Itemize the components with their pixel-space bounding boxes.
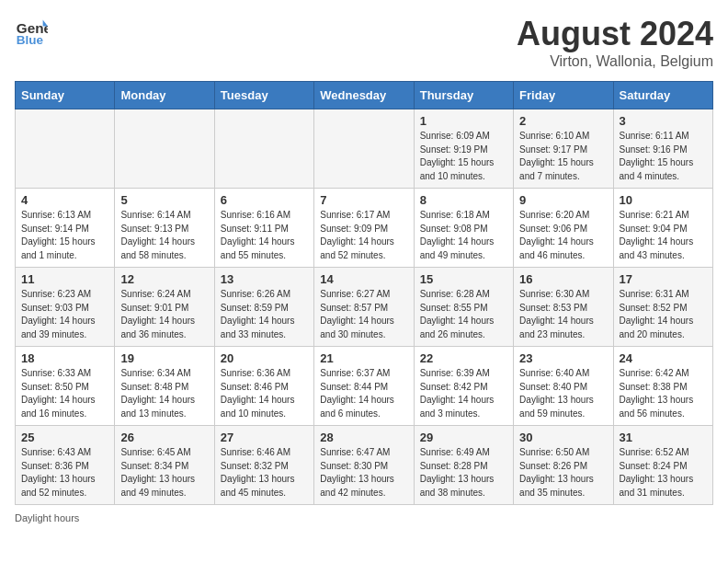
day-info: Sunrise: 6:14 AM Sunset: 9:13 PM Dayligh…: [120, 209, 208, 262]
day-number: 1: [420, 114, 507, 128]
day-number: 18: [21, 351, 108, 365]
calendar-cell: 6Sunrise: 6:16 AM Sunset: 9:11 PM Daylig…: [214, 189, 313, 268]
calendar-cell: [16, 109, 115, 189]
calendar-cell: 24Sunrise: 6:42 AM Sunset: 8:38 PM Dayli…: [613, 347, 712, 426]
calendar-cell: 12Sunrise: 6:24 AM Sunset: 9:01 PM Dayli…: [115, 268, 214, 347]
day-info: Sunrise: 6:18 AM Sunset: 9:08 PM Dayligh…: [420, 209, 507, 262]
calendar-cell: 3Sunrise: 6:11 AM Sunset: 9:16 PM Daylig…: [613, 109, 712, 189]
calendar-cell: 17Sunrise: 6:31 AM Sunset: 8:52 PM Dayli…: [613, 268, 712, 347]
day-number: 31: [620, 431, 707, 444]
day-info: Sunrise: 6:20 AM Sunset: 9:06 PM Dayligh…: [519, 209, 607, 262]
calendar-cell: 23Sunrise: 6:40 AM Sunset: 8:40 PM Dayli…: [514, 347, 613, 426]
calendar-cell: 16Sunrise: 6:30 AM Sunset: 8:53 PM Dayli…: [514, 268, 613, 347]
calendar-cell: 11Sunrise: 6:23 AM Sunset: 9:03 PM Dayli…: [16, 268, 115, 347]
calendar-cell: 31Sunrise: 6:52 AM Sunset: 8:24 PM Dayli…: [613, 426, 712, 505]
day-number: 6: [221, 193, 308, 207]
header: General Blue August 2024 Virton, Walloni…: [15, 15, 713, 70]
day-number: 4: [21, 193, 108, 207]
day-number: 17: [620, 272, 707, 286]
calendar-cell: 25Sunrise: 6:43 AM Sunset: 8:36 PM Dayli…: [16, 426, 115, 505]
day-number: 20: [221, 351, 308, 365]
day-number: 16: [519, 272, 607, 286]
day-info: Sunrise: 6:27 AM Sunset: 8:57 PM Dayligh…: [320, 288, 407, 341]
day-info: Sunrise: 6:30 AM Sunset: 8:53 PM Dayligh…: [519, 288, 607, 341]
day-header-thursday: Thursday: [414, 82, 513, 109]
calendar-cell: 7Sunrise: 6:17 AM Sunset: 9:09 PM Daylig…: [314, 189, 414, 268]
day-info: Sunrise: 6:23 AM Sunset: 9:03 PM Dayligh…: [21, 288, 108, 341]
day-info: Sunrise: 6:36 AM Sunset: 8:46 PM Dayligh…: [221, 367, 308, 420]
day-info: Sunrise: 6:10 AM Sunset: 9:17 PM Dayligh…: [519, 130, 607, 183]
day-number: 24: [620, 351, 707, 365]
week-row-5: 25Sunrise: 6:43 AM Sunset: 8:36 PM Dayli…: [16, 426, 713, 505]
day-info: Sunrise: 6:34 AM Sunset: 8:48 PM Dayligh…: [120, 367, 208, 420]
day-info: Sunrise: 6:16 AM Sunset: 9:11 PM Dayligh…: [221, 209, 308, 262]
calendar-cell: 30Sunrise: 6:50 AM Sunset: 8:26 PM Dayli…: [514, 426, 613, 505]
day-header-saturday: Saturday: [613, 82, 712, 109]
logo-icon: General Blue: [15, 15, 48, 48]
calendar-cell: 26Sunrise: 6:45 AM Sunset: 8:34 PM Dayli…: [115, 426, 214, 505]
day-info: Sunrise: 6:50 AM Sunset: 8:26 PM Dayligh…: [519, 446, 607, 500]
calendar-table: SundayMondayTuesdayWednesdayThursdayFrid…: [15, 81, 713, 505]
day-header-monday: Monday: [115, 82, 214, 109]
day-info: Sunrise: 6:39 AM Sunset: 8:42 PM Dayligh…: [420, 367, 507, 420]
header-row: SundayMondayTuesdayWednesdayThursdayFrid…: [16, 82, 713, 109]
week-row-4: 18Sunrise: 6:33 AM Sunset: 8:50 PM Dayli…: [16, 347, 713, 426]
day-number: 5: [120, 193, 208, 207]
sub-title: Virton, Wallonia, Belgium: [517, 53, 713, 70]
day-number: 8: [420, 193, 507, 207]
day-info: Sunrise: 6:28 AM Sunset: 8:55 PM Dayligh…: [420, 288, 507, 341]
day-number: 11: [21, 272, 108, 286]
calendar-cell: 14Sunrise: 6:27 AM Sunset: 8:57 PM Dayli…: [314, 268, 414, 347]
logo: General Blue: [15, 15, 48, 48]
calendar-cell: 2Sunrise: 6:10 AM Sunset: 9:17 PM Daylig…: [514, 109, 613, 189]
day-number: 15: [420, 272, 507, 286]
day-info: Sunrise: 6:43 AM Sunset: 8:36 PM Dayligh…: [21, 446, 108, 500]
day-number: 26: [120, 431, 208, 444]
day-number: 12: [120, 272, 208, 286]
day-number: 19: [120, 351, 208, 365]
week-row-2: 4Sunrise: 6:13 AM Sunset: 9:14 PM Daylig…: [16, 189, 713, 268]
day-info: Sunrise: 6:26 AM Sunset: 8:59 PM Dayligh…: [221, 288, 308, 341]
day-number: 3: [620, 114, 707, 128]
day-number: 2: [519, 114, 607, 128]
day-info: Sunrise: 6:37 AM Sunset: 8:44 PM Dayligh…: [320, 367, 407, 420]
title-area: August 2024 Virton, Wallonia, Belgium: [517, 15, 713, 70]
day-number: 28: [320, 431, 407, 444]
calendar-cell: 15Sunrise: 6:28 AM Sunset: 8:55 PM Dayli…: [414, 268, 513, 347]
calendar-cell: 18Sunrise: 6:33 AM Sunset: 8:50 PM Dayli…: [16, 347, 115, 426]
day-info: Sunrise: 6:42 AM Sunset: 8:38 PM Dayligh…: [620, 367, 707, 420]
footer-label: Daylight hours: [15, 512, 79, 523]
day-info: Sunrise: 6:33 AM Sunset: 8:50 PM Dayligh…: [21, 367, 108, 420]
calendar-cell: 8Sunrise: 6:18 AM Sunset: 9:08 PM Daylig…: [414, 189, 513, 268]
day-info: Sunrise: 6:40 AM Sunset: 8:40 PM Dayligh…: [519, 367, 607, 420]
day-info: Sunrise: 6:31 AM Sunset: 8:52 PM Dayligh…: [620, 288, 707, 341]
calendar-cell: [214, 109, 313, 189]
calendar-cell: 29Sunrise: 6:49 AM Sunset: 8:28 PM Dayli…: [414, 426, 513, 505]
day-number: 27: [221, 431, 308, 444]
day-header-friday: Friday: [514, 82, 613, 109]
day-header-sunday: Sunday: [16, 82, 115, 109]
calendar-cell: 22Sunrise: 6:39 AM Sunset: 8:42 PM Dayli…: [414, 347, 513, 426]
day-number: 21: [320, 351, 407, 365]
day-number: 10: [620, 193, 707, 207]
day-info: Sunrise: 6:21 AM Sunset: 9:04 PM Dayligh…: [620, 209, 707, 262]
day-info: Sunrise: 6:47 AM Sunset: 8:30 PM Dayligh…: [320, 446, 407, 500]
svg-text:Blue: Blue: [17, 33, 44, 47]
day-number: 25: [21, 431, 108, 444]
day-info: Sunrise: 6:13 AM Sunset: 9:14 PM Dayligh…: [21, 209, 108, 262]
calendar-cell: 28Sunrise: 6:47 AM Sunset: 8:30 PM Dayli…: [314, 426, 414, 505]
footer: Daylight hours: [15, 512, 713, 523]
calendar-cell: 1Sunrise: 6:09 AM Sunset: 9:19 PM Daylig…: [414, 109, 513, 189]
day-header-tuesday: Tuesday: [214, 82, 313, 109]
week-row-1: 1Sunrise: 6:09 AM Sunset: 9:19 PM Daylig…: [16, 109, 713, 189]
day-number: 13: [221, 272, 308, 286]
day-number: 30: [519, 431, 607, 444]
calendar-cell: 4Sunrise: 6:13 AM Sunset: 9:14 PM Daylig…: [16, 189, 115, 268]
week-row-3: 11Sunrise: 6:23 AM Sunset: 9:03 PM Dayli…: [16, 268, 713, 347]
day-info: Sunrise: 6:46 AM Sunset: 8:32 PM Dayligh…: [221, 446, 308, 500]
calendar-cell: 9Sunrise: 6:20 AM Sunset: 9:06 PM Daylig…: [514, 189, 613, 268]
calendar-cell: 10Sunrise: 6:21 AM Sunset: 9:04 PM Dayli…: [613, 189, 712, 268]
day-header-wednesday: Wednesday: [314, 82, 414, 109]
day-number: 9: [519, 193, 607, 207]
day-info: Sunrise: 6:52 AM Sunset: 8:24 PM Dayligh…: [620, 446, 707, 500]
